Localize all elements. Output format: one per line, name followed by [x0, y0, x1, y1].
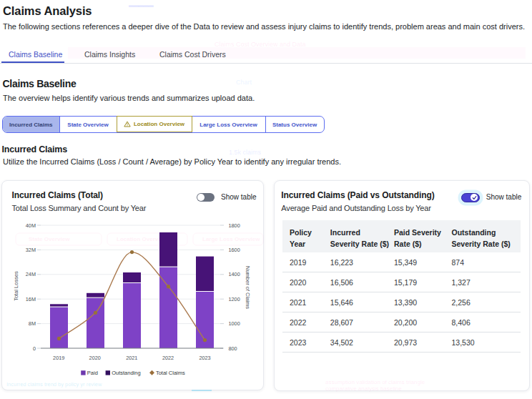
svg-text:0: 0: [33, 345, 36, 352]
svg-text:2021: 2021: [126, 355, 137, 361]
svg-text:2022: 2022: [162, 355, 174, 361]
svg-text:40M: 40M: [26, 222, 36, 229]
svg-text:2023: 2023: [199, 355, 210, 361]
svg-text:1400: 1400: [229, 271, 240, 277]
svg-text:Total Claims: Total Claims: [156, 370, 185, 376]
svg-text:1600: 1600: [229, 247, 240, 253]
svg-text:Outstanding: Outstanding: [112, 370, 140, 376]
svg-text:Total Losses: Total Losses: [13, 271, 19, 301]
svg-text:2020: 2020: [89, 355, 101, 361]
svg-text:2019: 2019: [53, 355, 64, 361]
svg-text:8M: 8M: [29, 320, 36, 327]
svg-text:1000: 1000: [229, 320, 240, 327]
svg-text:Large Loss Overview: Large Loss Overview: [202, 236, 260, 242]
svg-text:800: 800: [229, 345, 237, 352]
svg-text:State Overview: State Overview: [29, 236, 70, 242]
svg-text:1200: 1200: [229, 296, 240, 302]
svg-text:Number of Claims: Number of Claims: [245, 266, 251, 309]
svg-text:32M: 32M: [26, 247, 36, 253]
svg-text:24M: 24M: [26, 271, 36, 277]
svg-text:1800: 1800: [229, 222, 240, 229]
svg-text:Paid: Paid: [87, 370, 98, 376]
svg-text:16M: 16M: [26, 296, 36, 302]
